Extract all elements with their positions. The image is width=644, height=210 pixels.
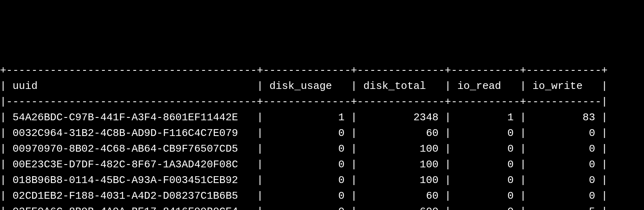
ascii-table: +---------------------------------------… xyxy=(0,63,644,210)
table-content: +---------------------------------------… xyxy=(0,64,607,210)
